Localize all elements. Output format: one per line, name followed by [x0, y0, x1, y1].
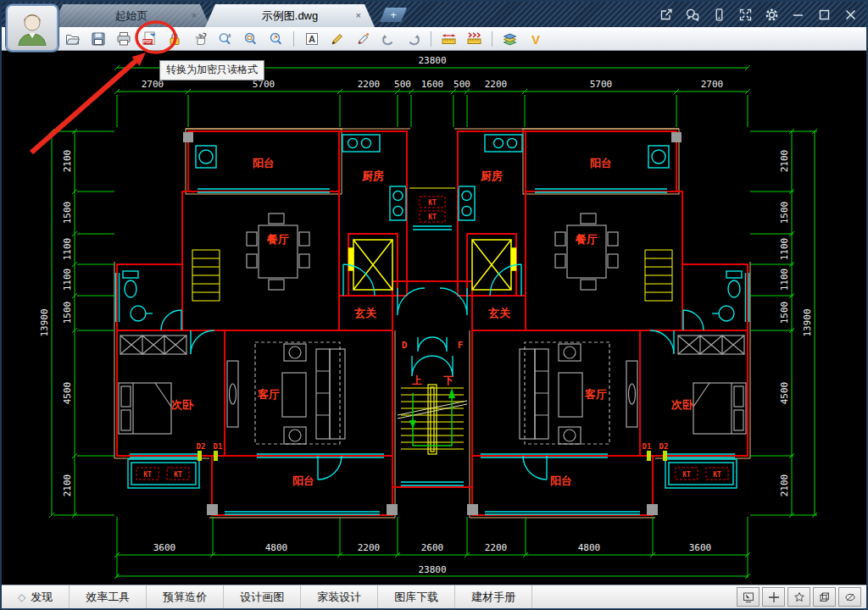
- svg-text:上: 上: [411, 374, 422, 386]
- floor-plan-drawing: 23800 2700 5700 2200 500 1600 500 2200 5…: [3, 51, 868, 588]
- print-button[interactable]: [112, 29, 135, 49]
- svg-text:阳台: 阳台: [590, 157, 612, 169]
- v-logo-icon: V: [528, 31, 543, 47]
- statusbar-item-budget-cost[interactable]: 预算造价: [147, 585, 224, 608]
- measure-ruler-icon: [441, 31, 457, 47]
- layers-icon: [502, 31, 518, 47]
- svg-text:2200: 2200: [485, 542, 508, 553]
- floppy-icon: [91, 31, 106, 47]
- svg-text:KT: KT: [713, 471, 721, 479]
- share-icon[interactable]: [659, 7, 674, 22]
- statusbar-item-label: 家装设计: [317, 590, 361, 605]
- svg-text:厨房: 厨房: [361, 169, 384, 182]
- view-3d-button[interactable]: [813, 587, 836, 607]
- svg-text:玄关: 玄关: [353, 307, 377, 319]
- svg-text:阳台: 阳台: [550, 474, 572, 487]
- svg-text:次卧: 次卧: [170, 398, 194, 411]
- tab-start-close-icon[interactable]: ×: [192, 11, 197, 20]
- main-toolbar: PDF ±: [2, 27, 866, 51]
- brush-icon: [355, 31, 370, 47]
- star-icon: [793, 591, 805, 603]
- svg-text:2200: 2200: [485, 79, 508, 90]
- svg-text:1600: 1600: [421, 79, 444, 90]
- svg-text:餐厅: 餐厅: [575, 233, 598, 246]
- pencil-tool-button[interactable]: [326, 29, 348, 49]
- svg-text:客厅: 客厅: [584, 388, 607, 401]
- fullscreen-icon[interactable]: [737, 7, 753, 22]
- clean-screen-button[interactable]: [838, 587, 861, 607]
- crosshair-button[interactable]: [762, 587, 785, 607]
- phone-icon[interactable]: [711, 7, 726, 22]
- maximize-icon[interactable]: [816, 7, 832, 22]
- redo-button[interactable]: [402, 29, 425, 49]
- svg-text:餐厅: 餐厅: [266, 233, 289, 246]
- open-file-button[interactable]: [61, 29, 84, 49]
- svg-text:13900: 13900: [39, 308, 50, 336]
- text-tool-button[interactable]: A: [300, 29, 323, 49]
- pan-button[interactable]: [188, 29, 211, 49]
- svg-text:4500: 4500: [62, 382, 73, 405]
- statusbar-item-home-design[interactable]: 家装设计: [301, 585, 378, 608]
- svg-text:1100: 1100: [62, 269, 73, 291]
- tab-start-page[interactable]: 起始页 ×: [53, 4, 210, 27]
- lock-icon: [167, 31, 182, 47]
- zoom-window-button[interactable]: [239, 29, 262, 49]
- tab-drawing-close-icon[interactable]: ×: [356, 11, 361, 20]
- brush-tool-button[interactable]: [351, 29, 374, 49]
- svg-text:1100: 1100: [779, 269, 790, 291]
- svg-text:下: 下: [442, 374, 453, 386]
- svg-text:1100: 1100: [62, 238, 73, 261]
- statusbar-item-library-download[interactable]: 图库下载: [378, 585, 455, 608]
- wechat-icon[interactable]: [685, 7, 700, 22]
- undo-button[interactable]: [376, 29, 399, 49]
- svg-text:D: D: [402, 340, 408, 351]
- v-logo-button[interactable]: V: [524, 29, 547, 49]
- svg-text:A: A: [309, 34, 315, 44]
- svg-text:2200: 2200: [358, 542, 381, 553]
- svg-text:F: F: [458, 340, 464, 351]
- statusbar-item-materials-manual[interactable]: 建材手册: [455, 585, 532, 608]
- zoom-extents-button[interactable]: [264, 29, 287, 49]
- minimize-icon[interactable]: [790, 7, 805, 22]
- titlebar-icon-group: [659, 2, 858, 27]
- svg-text:4500: 4500: [779, 382, 790, 405]
- svg-text:次卧: 次卧: [670, 398, 694, 411]
- statusbar-item-discover[interactable]: ◇ 发现: [2, 585, 70, 608]
- svg-text:1100: 1100: [779, 238, 790, 261]
- svg-text:1500: 1500: [62, 302, 73, 324]
- statusbar-item-design-drawing[interactable]: 设计画图: [224, 585, 301, 608]
- status-bar: ◇ 发现 效率工具 预算造价 设计画图 家装设计 图库下载 建材手册: [2, 585, 866, 608]
- zoom-inout-button[interactable]: ±: [214, 29, 236, 49]
- settings-gear-icon[interactable]: [764, 7, 779, 22]
- text-tool-icon: A: [304, 31, 320, 47]
- tab-drawing-file[interactable]: 示例图.dwg ×: [205, 4, 375, 27]
- svg-text:±: ±: [227, 31, 231, 37]
- pdf-export-button[interactable]: PDF: [137, 29, 160, 49]
- favorite-button[interactable]: [787, 587, 810, 607]
- open-folder-icon: [64, 31, 81, 47]
- model-space-button[interactable]: [737, 587, 760, 607]
- svg-text:客厅: 客厅: [257, 388, 280, 401]
- tab-start-page-label: 起始页: [115, 8, 148, 24]
- svg-text:500: 500: [394, 79, 411, 90]
- measure-button[interactable]: [437, 29, 460, 49]
- new-tab-plus: +: [390, 8, 397, 21]
- svg-text:V: V: [531, 31, 539, 46]
- svg-text:2200: 2200: [358, 79, 381, 90]
- layers-button[interactable]: [498, 29, 521, 49]
- svg-text:1500: 1500: [779, 202, 790, 225]
- user-avatar[interactable]: [6, 4, 58, 52]
- close-icon[interactable]: [843, 7, 858, 22]
- save-button[interactable]: [86, 29, 109, 49]
- svg-text:KT: KT: [143, 471, 152, 479]
- cad-canvas-viewport[interactable]: 23800 2700 5700 2200 500 1600 500 2200 5…: [3, 51, 865, 585]
- svg-text:2100: 2100: [62, 150, 73, 173]
- encrypt-readonly-button[interactable]: [163, 29, 186, 49]
- continuous-measure-button[interactable]: [463, 29, 486, 49]
- new-tab-button[interactable]: +: [380, 8, 407, 22]
- tooltip-encrypt-readonly: 转换为加密只读格式: [159, 60, 264, 80]
- statusbar-item-efficiency-tools[interactable]: 效率工具: [70, 585, 147, 608]
- toolbar-separator: [492, 31, 492, 47]
- cube-icon: [819, 591, 831, 603]
- clean-screen-icon: [844, 591, 856, 603]
